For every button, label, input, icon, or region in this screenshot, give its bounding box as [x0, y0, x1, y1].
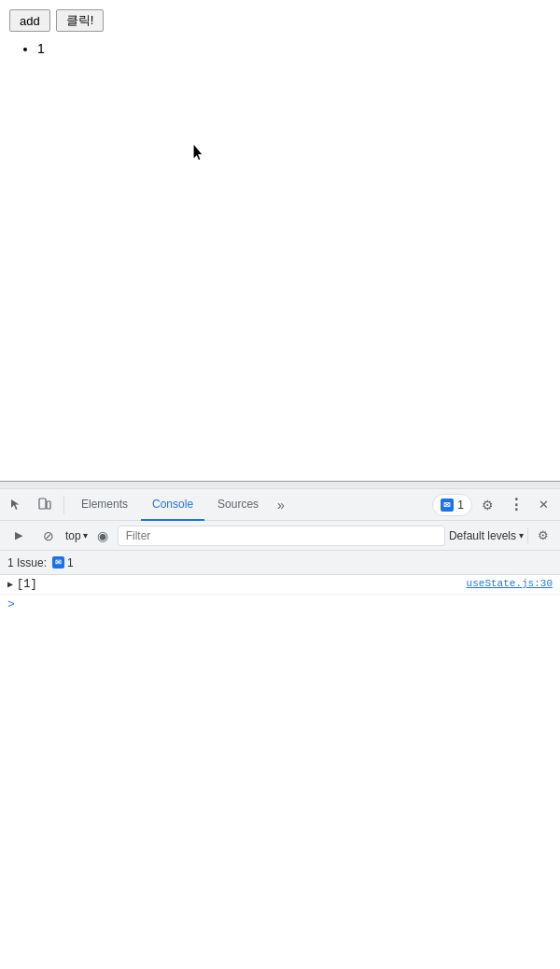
default-levels-label: Default levels: [449, 529, 516, 542]
tab-sources[interactable]: Sources: [206, 489, 270, 521]
stop-button[interactable]: ⊘: [35, 523, 62, 549]
eye-button[interactable]: ◉: [91, 525, 114, 547]
eye-icon: ◉: [97, 528, 108, 543]
close-icon: ✕: [539, 498, 549, 512]
console-value: [1]: [17, 578, 467, 591]
prompt-icon[interactable]: >: [7, 597, 15, 611]
cursor-inspect-icon: [9, 498, 24, 513]
console-output: ▶ [1] useState.js:30 >: [0, 575, 560, 969]
svg-rect-0: [39, 499, 46, 509]
levels-chevron-icon: ▾: [519, 530, 524, 541]
play-through-icon: ▶: [15, 529, 22, 541]
add-button[interactable]: add: [9, 9, 50, 32]
page-buttons: add 클릭!: [9, 9, 551, 32]
issue-count: 1: [67, 556, 74, 569]
context-selector[interactable]: top ▾: [65, 529, 88, 542]
devtools-more-button[interactable]: ⋮: [502, 492, 528, 518]
toolbar-right-group: ✉ 1 ⚙ ⋮ ✕: [432, 492, 556, 518]
console-entry-1: ▶ [1] useState.js:30: [0, 575, 560, 595]
devtools-toolbar: Elements Console Sources » ✉ 1 ⚙ ⋮ ✕: [0, 489, 560, 521]
default-levels-button[interactable]: Default levels ▾: [449, 529, 524, 542]
chevron-down-icon: ▾: [83, 530, 88, 541]
console-toolbar: ▶ ⊘ top ▾ ◉ Default levels ▾ ⚙: [0, 521, 560, 551]
source-link[interactable]: useState.js:30: [467, 578, 553, 589]
issues-count: 1: [457, 499, 464, 512]
inspect-element-button[interactable]: [4, 492, 30, 518]
devtools-settings-button[interactable]: ⚙: [474, 492, 500, 518]
issues-badge-button[interactable]: ✉ 1: [432, 494, 472, 516]
device-icon: [37, 498, 52, 513]
issues-icon: ✉: [441, 499, 454, 512]
issue-icon: ✉: [52, 556, 64, 569]
cursor-icon: [193, 145, 204, 162]
vertical-dots-icon: ⋮: [509, 496, 523, 513]
toolbar-divider-2: [527, 527, 528, 544]
svg-rect-1: [47, 501, 50, 509]
stop-icon: ⊘: [43, 528, 54, 543]
context-label: top: [65, 529, 81, 542]
main-page: add 클릭! 1: [0, 0, 560, 481]
list-item: 1: [37, 41, 551, 56]
gear-icon: ⚙: [482, 498, 494, 513]
close-devtools-button[interactable]: ✕: [530, 492, 556, 518]
issue-prefix: 1 Issue:: [7, 556, 47, 569]
console-filter-input[interactable]: [118, 526, 445, 546]
more-tabs-button[interactable]: »: [272, 492, 290, 518]
console-prompt: >: [0, 595, 560, 614]
tab-elements[interactable]: Elements: [70, 489, 139, 521]
click-button[interactable]: 클릭!: [56, 9, 105, 32]
clear-console-button[interactable]: ▶: [6, 523, 32, 549]
issue-bar: 1 Issue: ✉ 1: [0, 551, 560, 575]
device-toolbar-button[interactable]: [32, 492, 58, 518]
settings-icon: ⚙: [538, 528, 549, 542]
toolbar-divider-1: [63, 496, 64, 514]
devtools-panel: Elements Console Sources » ✉ 1 ⚙ ⋮ ✕ ▶ ⊘: [0, 481, 560, 969]
console-settings-button[interactable]: ⚙: [532, 525, 554, 547]
issue-badge[interactable]: ✉ 1: [52, 556, 74, 569]
page-list: 1: [9, 41, 551, 56]
expand-arrow-icon[interactable]: ▶: [7, 579, 13, 590]
tab-console[interactable]: Console: [141, 489, 204, 521]
